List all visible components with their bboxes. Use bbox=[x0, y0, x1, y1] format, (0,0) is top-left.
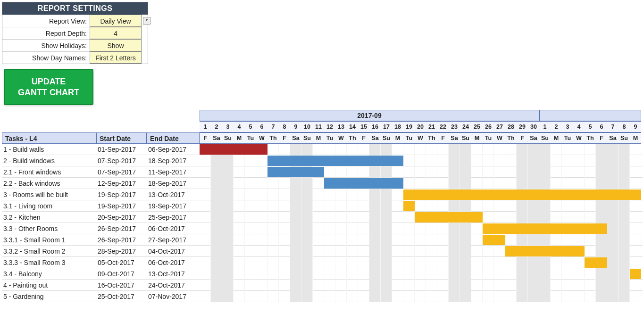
day-cell bbox=[415, 268, 426, 280]
day-cell bbox=[381, 189, 392, 200]
settings-value[interactable]: First 2 Letters bbox=[90, 51, 142, 64]
day-cell bbox=[290, 144, 301, 155]
day-cell bbox=[290, 291, 301, 302]
day-cell bbox=[483, 155, 494, 166]
gantt-bar[interactable] bbox=[630, 269, 641, 279]
day-cell bbox=[211, 234, 222, 246]
day-cell bbox=[585, 212, 596, 223]
day-cell bbox=[268, 291, 279, 302]
day-cell bbox=[449, 223, 460, 234]
day-cell bbox=[279, 257, 290, 268]
gantt-bar[interactable] bbox=[483, 235, 505, 245]
day-cell bbox=[426, 268, 437, 280]
day-cell bbox=[200, 166, 211, 178]
day-cell bbox=[585, 291, 596, 302]
task-name: 4 - Painting out bbox=[2, 280, 96, 290]
day-cell bbox=[369, 234, 381, 246]
task-start: 12-Sep-2017 bbox=[96, 178, 147, 189]
day-name: Th bbox=[426, 132, 437, 144]
task-name: 1 - Build walls bbox=[2, 144, 96, 155]
gantt-bar[interactable] bbox=[415, 212, 483, 223]
day-cell bbox=[392, 144, 403, 155]
day-cell bbox=[256, 291, 268, 302]
day-cell bbox=[403, 223, 415, 234]
settings-title: REPORT SETTINGS bbox=[2, 2, 148, 15]
day-number: 25 bbox=[471, 121, 483, 132]
task-end: 11-Sep-2017 bbox=[147, 166, 200, 177]
day-cell bbox=[494, 166, 505, 178]
gantt-bar[interactable] bbox=[268, 167, 324, 177]
day-number: 10 bbox=[301, 121, 313, 132]
day-cell bbox=[449, 200, 460, 212]
day-cell bbox=[562, 178, 573, 189]
day-cell bbox=[358, 223, 369, 234]
day-cell bbox=[437, 234, 449, 246]
update-gantt-button[interactable]: UPDATE GANTT CHART bbox=[4, 69, 93, 105]
gantt-bar[interactable] bbox=[483, 223, 607, 234]
day-cell bbox=[460, 155, 471, 166]
day-cell bbox=[211, 212, 222, 223]
gantt-bar[interactable] bbox=[200, 144, 268, 155]
day-cell bbox=[483, 200, 494, 212]
day-cell bbox=[268, 189, 279, 200]
day-name: M bbox=[392, 132, 403, 144]
day-name: Tu bbox=[483, 132, 494, 144]
gantt-bar[interactable] bbox=[403, 201, 415, 211]
day-cell bbox=[460, 223, 471, 234]
day-cell bbox=[505, 234, 517, 246]
day-cell bbox=[211, 155, 222, 166]
day-cell bbox=[539, 178, 551, 189]
gantt-bar[interactable] bbox=[403, 190, 641, 200]
day-cell bbox=[301, 257, 313, 268]
gantt-bar[interactable] bbox=[505, 246, 585, 256]
day-number: 9 bbox=[290, 121, 301, 132]
day-cell bbox=[279, 223, 290, 234]
settings-value[interactable]: 4 bbox=[90, 27, 142, 39]
day-cell bbox=[528, 178, 539, 189]
day-cell bbox=[471, 257, 483, 268]
day-cell bbox=[619, 223, 630, 234]
day-cell bbox=[539, 212, 551, 223]
gantt-bar[interactable] bbox=[324, 178, 403, 189]
day-name: Sa bbox=[449, 132, 460, 144]
day-cell bbox=[415, 246, 426, 257]
day-cell bbox=[290, 268, 301, 280]
day-cell bbox=[268, 246, 279, 257]
dropdown-icon[interactable]: ▼ bbox=[143, 17, 151, 25]
day-name: Tu bbox=[403, 132, 415, 144]
settings-label: Report Depth: bbox=[2, 27, 90, 39]
day-cell bbox=[369, 257, 381, 268]
day-cell bbox=[415, 144, 426, 155]
day-cell bbox=[268, 234, 279, 246]
day-cell bbox=[403, 268, 415, 280]
day-cell bbox=[528, 200, 539, 212]
day-name: Sa bbox=[369, 132, 381, 144]
day-cell bbox=[403, 144, 415, 155]
day-cell bbox=[471, 166, 483, 178]
day-cell bbox=[551, 212, 562, 223]
day-cell bbox=[596, 144, 607, 155]
day-cell bbox=[596, 166, 607, 178]
day-cell bbox=[505, 291, 517, 302]
day-cell bbox=[211, 291, 222, 302]
day-cell bbox=[551, 155, 562, 166]
day-cell bbox=[313, 144, 324, 155]
day-cell bbox=[211, 223, 222, 234]
gantt-bar[interactable] bbox=[268, 156, 403, 166]
gantt-bar[interactable] bbox=[585, 257, 607, 268]
day-cell bbox=[585, 280, 596, 291]
day-cell bbox=[256, 246, 268, 257]
day-cell bbox=[426, 234, 437, 246]
day-name: Th bbox=[347, 132, 358, 144]
day-number: 16 bbox=[369, 121, 381, 132]
settings-value[interactable]: Daily View▼ bbox=[90, 15, 142, 27]
day-cell bbox=[449, 178, 460, 189]
day-cell bbox=[426, 166, 437, 178]
day-cell bbox=[335, 234, 347, 246]
day-name: Su bbox=[301, 132, 313, 144]
settings-value[interactable]: Show bbox=[90, 39, 142, 51]
day-cell bbox=[505, 155, 517, 166]
day-cell bbox=[607, 268, 619, 280]
day-cell bbox=[494, 280, 505, 291]
day-cell bbox=[528, 268, 539, 280]
